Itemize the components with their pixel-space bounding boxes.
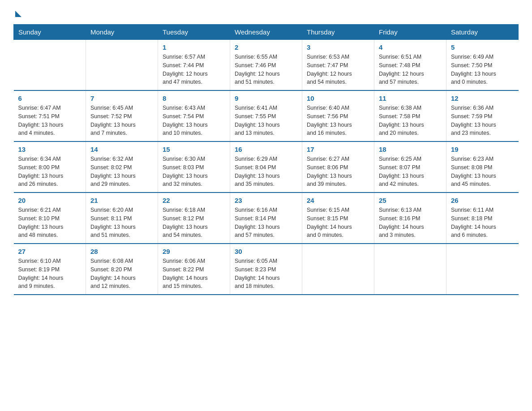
calendar-cell: 24Sunrise: 6:15 AM Sunset: 8:15 PM Dayli… bbox=[302, 193, 374, 244]
day-info: Sunrise: 6:11 AM Sunset: 8:18 PM Dayligh… bbox=[451, 206, 514, 240]
calendar-week-row: 20Sunrise: 6:21 AM Sunset: 8:10 PM Dayli… bbox=[14, 193, 519, 244]
day-info: Sunrise: 6:25 AM Sunset: 8:07 PM Dayligh… bbox=[379, 155, 442, 188]
calendar-cell: 27Sunrise: 6:10 AM Sunset: 8:19 PM Dayli… bbox=[14, 244, 86, 295]
calendar-cell: 17Sunrise: 6:27 AM Sunset: 8:06 PM Dayli… bbox=[302, 141, 374, 193]
calendar-cell: 10Sunrise: 6:40 AM Sunset: 7:56 PM Dayli… bbox=[302, 90, 374, 141]
day-number: 23 bbox=[235, 197, 297, 204]
calendar-cell: 7Sunrise: 6:45 AM Sunset: 7:52 PM Daylig… bbox=[86, 90, 158, 141]
calendar-cell: 22Sunrise: 6:18 AM Sunset: 8:12 PM Dayli… bbox=[158, 193, 230, 244]
day-info: Sunrise: 6:57 AM Sunset: 7:44 PM Dayligh… bbox=[163, 53, 225, 86]
calendar-cell: 23Sunrise: 6:16 AM Sunset: 8:14 PM Dayli… bbox=[230, 193, 302, 244]
day-number: 10 bbox=[307, 94, 369, 102]
calendar-cell: 19Sunrise: 6:23 AM Sunset: 8:08 PM Dayli… bbox=[446, 141, 519, 193]
day-info: Sunrise: 6:34 AM Sunset: 8:00 PM Dayligh… bbox=[18, 155, 82, 188]
day-number: 12 bbox=[451, 94, 514, 102]
day-number: 2 bbox=[235, 43, 297, 51]
day-number: 18 bbox=[379, 146, 442, 153]
calendar-cell: 1Sunrise: 6:57 AM Sunset: 7:44 PM Daylig… bbox=[158, 40, 230, 91]
day-info: Sunrise: 6:55 AM Sunset: 7:46 PM Dayligh… bbox=[235, 53, 297, 86]
calendar-cell: 13Sunrise: 6:34 AM Sunset: 8:00 PM Dayli… bbox=[14, 141, 86, 193]
day-info: Sunrise: 6:13 AM Sunset: 8:16 PM Dayligh… bbox=[379, 206, 442, 240]
day-info: Sunrise: 6:21 AM Sunset: 8:10 PM Dayligh… bbox=[18, 206, 82, 240]
calendar-cell: 30Sunrise: 6:05 AM Sunset: 8:23 PM Dayli… bbox=[230, 244, 302, 295]
calendar-week-row: 1Sunrise: 6:57 AM Sunset: 7:44 PM Daylig… bbox=[14, 40, 519, 91]
logo bbox=[13, 9, 21, 15]
day-info: Sunrise: 6:32 AM Sunset: 8:02 PM Dayligh… bbox=[90, 155, 153, 188]
day-info: Sunrise: 6:43 AM Sunset: 7:54 PM Dayligh… bbox=[163, 104, 225, 137]
day-info: Sunrise: 6:45 AM Sunset: 7:52 PM Dayligh… bbox=[90, 104, 153, 137]
calendar-cell: 3Sunrise: 6:53 AM Sunset: 7:47 PM Daylig… bbox=[302, 40, 374, 91]
day-number: 6 bbox=[18, 94, 82, 102]
weekday-header-saturday: Saturday bbox=[446, 25, 519, 40]
calendar-header-row: SundayMondayTuesdayWednesdayThursdayFrid… bbox=[14, 25, 519, 40]
calendar-cell bbox=[86, 40, 158, 91]
day-info: Sunrise: 6:06 AM Sunset: 8:22 PM Dayligh… bbox=[163, 257, 225, 291]
calendar-cell: 28Sunrise: 6:08 AM Sunset: 8:20 PM Dayli… bbox=[86, 244, 158, 295]
day-info: Sunrise: 6:08 AM Sunset: 8:20 PM Dayligh… bbox=[90, 257, 153, 291]
day-info: Sunrise: 6:51 AM Sunset: 7:48 PM Dayligh… bbox=[379, 53, 442, 86]
page-header bbox=[13, 9, 519, 15]
day-info: Sunrise: 6:40 AM Sunset: 7:56 PM Dayligh… bbox=[307, 104, 369, 137]
weekday-header-monday: Monday bbox=[86, 25, 158, 40]
day-info: Sunrise: 6:30 AM Sunset: 8:03 PM Dayligh… bbox=[163, 155, 225, 188]
calendar-cell bbox=[14, 40, 86, 91]
day-info: Sunrise: 6:16 AM Sunset: 8:14 PM Dayligh… bbox=[235, 206, 297, 240]
day-number: 9 bbox=[235, 94, 297, 102]
calendar-cell: 21Sunrise: 6:20 AM Sunset: 8:11 PM Dayli… bbox=[86, 193, 158, 244]
calendar-cell bbox=[446, 244, 519, 295]
day-number: 28 bbox=[90, 248, 153, 255]
calendar-cell: 26Sunrise: 6:11 AM Sunset: 8:18 PM Dayli… bbox=[446, 193, 519, 244]
weekday-header-thursday: Thursday bbox=[302, 25, 374, 40]
day-info: Sunrise: 6:20 AM Sunset: 8:11 PM Dayligh… bbox=[90, 206, 153, 240]
day-number: 7 bbox=[90, 94, 153, 102]
day-number: 11 bbox=[379, 94, 442, 102]
calendar-cell: 8Sunrise: 6:43 AM Sunset: 7:54 PM Daylig… bbox=[158, 90, 230, 141]
calendar-table: SundayMondayTuesdayWednesdayThursdayFrid… bbox=[13, 24, 519, 295]
day-number: 16 bbox=[235, 146, 297, 153]
calendar-cell: 14Sunrise: 6:32 AM Sunset: 8:02 PM Dayli… bbox=[86, 141, 158, 193]
calendar-cell: 4Sunrise: 6:51 AM Sunset: 7:48 PM Daylig… bbox=[374, 40, 446, 91]
calendar-cell: 2Sunrise: 6:55 AM Sunset: 7:46 PM Daylig… bbox=[230, 40, 302, 91]
calendar-cell bbox=[302, 244, 374, 295]
calendar-cell: 15Sunrise: 6:30 AM Sunset: 8:03 PM Dayli… bbox=[158, 141, 230, 193]
calendar-cell: 16Sunrise: 6:29 AM Sunset: 8:04 PM Dayli… bbox=[230, 141, 302, 193]
day-info: Sunrise: 6:10 AM Sunset: 8:19 PM Dayligh… bbox=[18, 257, 82, 291]
day-number: 17 bbox=[307, 146, 369, 153]
day-number: 14 bbox=[90, 146, 153, 153]
day-info: Sunrise: 6:27 AM Sunset: 8:06 PM Dayligh… bbox=[307, 155, 369, 188]
calendar-week-row: 13Sunrise: 6:34 AM Sunset: 8:00 PM Dayli… bbox=[14, 141, 519, 193]
day-info: Sunrise: 6:53 AM Sunset: 7:47 PM Dayligh… bbox=[307, 53, 369, 86]
day-info: Sunrise: 6:41 AM Sunset: 7:55 PM Dayligh… bbox=[235, 104, 297, 137]
logo-arrow-icon bbox=[15, 11, 21, 17]
weekday-header-tuesday: Tuesday bbox=[158, 25, 230, 40]
calendar-cell: 25Sunrise: 6:13 AM Sunset: 8:16 PM Dayli… bbox=[374, 193, 446, 244]
day-number: 1 bbox=[163, 43, 225, 51]
calendar-cell: 6Sunrise: 6:47 AM Sunset: 7:51 PM Daylig… bbox=[14, 90, 86, 141]
day-number: 21 bbox=[90, 197, 153, 204]
calendar-cell bbox=[374, 244, 446, 295]
day-number: 30 bbox=[235, 248, 297, 255]
weekday-header-wednesday: Wednesday bbox=[230, 25, 302, 40]
day-info: Sunrise: 6:15 AM Sunset: 8:15 PM Dayligh… bbox=[307, 206, 369, 240]
calendar-week-row: 27Sunrise: 6:10 AM Sunset: 8:19 PM Dayli… bbox=[14, 244, 519, 295]
day-number: 26 bbox=[451, 197, 514, 204]
weekday-header-friday: Friday bbox=[374, 25, 446, 40]
day-number: 13 bbox=[18, 146, 82, 153]
day-number: 3 bbox=[307, 43, 369, 51]
day-number: 8 bbox=[163, 94, 225, 102]
weekday-header-sunday: Sunday bbox=[14, 25, 86, 40]
day-info: Sunrise: 6:49 AM Sunset: 7:50 PM Dayligh… bbox=[451, 53, 514, 86]
calendar-cell: 11Sunrise: 6:38 AM Sunset: 7:58 PM Dayli… bbox=[374, 90, 446, 141]
day-info: Sunrise: 6:23 AM Sunset: 8:08 PM Dayligh… bbox=[451, 155, 514, 188]
day-number: 5 bbox=[451, 43, 514, 51]
day-number: 20 bbox=[18, 197, 82, 204]
calendar-cell: 12Sunrise: 6:36 AM Sunset: 7:59 PM Dayli… bbox=[446, 90, 519, 141]
day-info: Sunrise: 6:38 AM Sunset: 7:58 PM Dayligh… bbox=[379, 104, 442, 137]
calendar-week-row: 6Sunrise: 6:47 AM Sunset: 7:51 PM Daylig… bbox=[14, 90, 519, 141]
day-info: Sunrise: 6:47 AM Sunset: 7:51 PM Dayligh… bbox=[18, 104, 82, 137]
day-number: 15 bbox=[163, 146, 225, 153]
day-number: 4 bbox=[379, 43, 442, 51]
day-number: 27 bbox=[18, 248, 82, 255]
calendar-cell: 18Sunrise: 6:25 AM Sunset: 8:07 PM Dayli… bbox=[374, 141, 446, 193]
calendar-cell: 29Sunrise: 6:06 AM Sunset: 8:22 PM Dayli… bbox=[158, 244, 230, 295]
